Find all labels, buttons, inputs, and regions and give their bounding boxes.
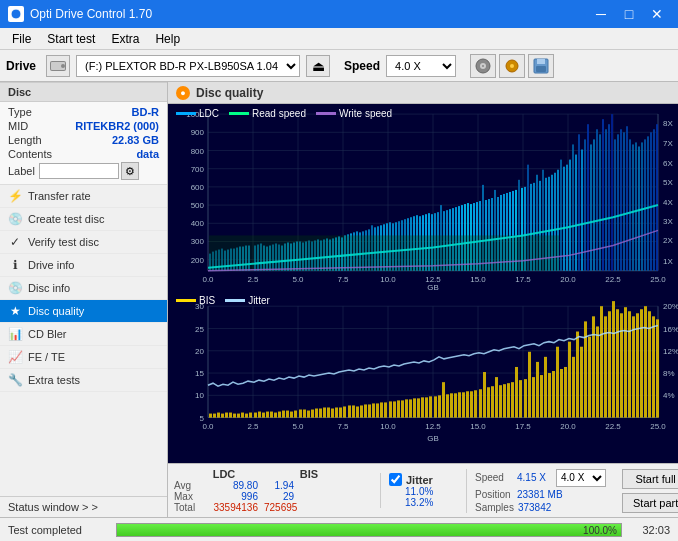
close-button[interactable]: ✕ <box>644 3 670 25</box>
sidebar: Disc Type BD-R MID RITEKBR2 (000) Length… <box>0 82 168 517</box>
sidebar-item-disc-info[interactable]: 💿 Disc info <box>0 277 167 300</box>
svg-rect-311 <box>442 382 445 417</box>
speed-select[interactable]: 4.0 X <box>386 55 456 77</box>
svg-text:2X: 2X <box>663 236 673 245</box>
svg-text:GB: GB <box>427 283 439 291</box>
svg-rect-194 <box>605 129 607 271</box>
svg-rect-205 <box>638 146 640 270</box>
disc-read-button[interactable] <box>470 54 496 78</box>
legend-read-speed-label: Read speed <box>252 108 306 119</box>
disc-quality-icon: ★ <box>8 304 22 318</box>
max-bis: 29 <box>264 491 294 502</box>
stats-columns: LDC BIS Avg 89.80 1.94 Max 996 29 Tota <box>174 468 374 513</box>
svg-text:300: 300 <box>191 237 205 246</box>
status-bar: Test completed 100.0% 32:03 <box>0 517 678 541</box>
svg-rect-291 <box>360 405 363 417</box>
svg-rect-296 <box>380 402 383 417</box>
sidebar-item-drive-info[interactable]: ℹ Drive info <box>0 254 167 277</box>
sidebar-item-label-drive-info: Drive info <box>28 259 74 271</box>
svg-text:25.0: 25.0 <box>650 422 666 431</box>
svg-rect-202 <box>629 139 631 270</box>
start-part-button[interactable]: Start part <box>622 493 678 513</box>
legend-ldc-label: LDC <box>199 108 219 119</box>
svg-rect-313 <box>450 393 453 417</box>
jitter-checkbox[interactable] <box>389 473 402 486</box>
svg-text:10.0: 10.0 <box>380 422 396 431</box>
disc-label-key: Label <box>8 165 35 177</box>
svg-text:15.0: 15.0 <box>470 275 486 284</box>
time-text: 32:03 <box>630 524 670 536</box>
menu-start-test[interactable]: Start test <box>39 30 103 48</box>
sidebar-item-create-test[interactable]: 💿 Create test disc <box>0 208 167 231</box>
sidebar-item-verify[interactable]: ✓ Verify test disc <box>0 231 167 254</box>
drive-icon <box>46 55 70 77</box>
status-text: Test completed <box>8 524 108 536</box>
drive-select[interactable]: (F:) PLEXTOR BD-R PX-LB950SA 1.04 <box>76 55 300 77</box>
start-full-button[interactable]: Start full <box>622 469 678 489</box>
max-label: Max <box>174 491 202 502</box>
svg-rect-340 <box>560 369 563 418</box>
svg-rect-287 <box>343 406 346 417</box>
svg-text:5.0: 5.0 <box>292 275 304 284</box>
position-val: 23381 MB <box>517 489 563 500</box>
svg-rect-278 <box>307 411 310 418</box>
settings-button[interactable] <box>499 54 525 78</box>
menu-extra[interactable]: Extra <box>103 30 147 48</box>
disc-type-val: BD-R <box>132 106 160 118</box>
svg-text:700: 700 <box>191 165 205 174</box>
svg-rect-360 <box>640 309 643 417</box>
svg-text:7.5: 7.5 <box>337 422 349 431</box>
svg-point-8 <box>510 64 514 68</box>
svg-rect-333 <box>532 377 535 418</box>
svg-text:0.0: 0.0 <box>202 275 214 284</box>
start-buttons: Start full Start part <box>622 469 678 513</box>
svg-rect-312 <box>446 394 449 417</box>
sidebar-item-extra-tests[interactable]: 🔧 Extra tests <box>0 369 167 392</box>
disc-contents-key: Contents <box>8 148 52 160</box>
speed-dropdown[interactable]: 4.0 X <box>556 469 606 487</box>
svg-text:2.5: 2.5 <box>247 275 259 284</box>
legend-ldc: LDC <box>176 108 219 119</box>
progress-container: 100.0% <box>116 523 622 537</box>
max-row: Max 996 29 <box>174 491 374 502</box>
legend-jitter-label: Jitter <box>248 295 270 306</box>
disc-label-btn[interactable]: ⚙ <box>121 162 139 180</box>
svg-rect-317 <box>466 391 469 417</box>
maximize-button[interactable]: □ <box>616 3 642 25</box>
svg-rect-309 <box>434 396 437 417</box>
svg-rect-347 <box>588 337 591 418</box>
disc-label-input[interactable] <box>39 163 119 179</box>
minimize-button[interactable]: ─ <box>588 3 614 25</box>
svg-rect-190 <box>593 139 595 270</box>
legend-bis-label: BIS <box>199 295 215 306</box>
sidebar-item-transfer-rate[interactable]: ⚡ Transfer rate <box>0 185 167 208</box>
svg-text:15.0: 15.0 <box>470 422 486 431</box>
svg-rect-206 <box>641 142 643 270</box>
eject-button[interactable]: ⏏ <box>306 55 330 77</box>
disc-info-panel: Type BD-R MID RITEKBR2 (000) Length 22.8… <box>0 102 167 185</box>
svg-text:7.5: 7.5 <box>337 275 349 284</box>
svg-rect-208 <box>647 136 649 270</box>
svg-rect-273 <box>286 411 289 418</box>
svg-rect-185 <box>578 134 580 270</box>
svg-rect-305 <box>417 398 420 417</box>
svg-text:900: 900 <box>191 128 205 137</box>
save-button[interactable] <box>528 54 554 78</box>
menu-help[interactable]: Help <box>147 30 188 48</box>
svg-rect-300 <box>397 400 400 417</box>
bottom-chart-svg: 30 25 20 15 10 5 20% 16% 12% 8% 4% <box>168 291 678 448</box>
svg-rect-181 <box>566 165 568 271</box>
sidebar-item-cd-bler[interactable]: 📊 CD Bler <box>0 323 167 346</box>
svg-rect-322 <box>487 387 490 417</box>
menu-file[interactable]: File <box>4 30 39 48</box>
write-speed-color <box>316 112 336 115</box>
status-window-label: Status window > > <box>8 501 98 513</box>
sidebar-item-fe-te[interactable]: 📈 FE / TE <box>0 346 167 369</box>
status-window-button[interactable]: Status window > > <box>0 496 167 517</box>
svg-rect-297 <box>384 402 387 417</box>
sidebar-item-disc-quality[interactable]: ★ Disc quality <box>0 300 167 323</box>
svg-text:500: 500 <box>191 201 205 210</box>
fe-te-icon: 📈 <box>8 350 22 364</box>
sidebar-item-label-fe-te: FE / TE <box>28 351 65 363</box>
svg-text:10: 10 <box>195 391 204 400</box>
